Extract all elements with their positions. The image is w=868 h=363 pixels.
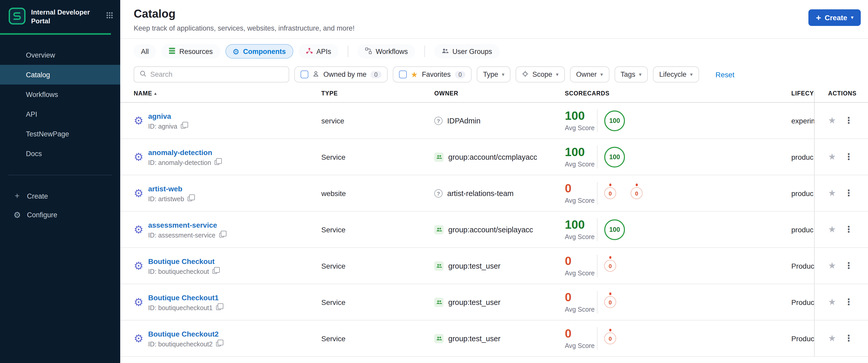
kebab-menu-icon[interactable]: ⋮ — [844, 334, 853, 343]
score-divider — [597, 291, 597, 313]
component-id: ID: agniva — [148, 123, 178, 130]
kebab-menu-icon[interactable]: ⋮ — [844, 298, 853, 306]
component-owner: artist-relations-team — [447, 189, 514, 197]
score-badge: 100 — [604, 219, 625, 240]
scorecard-badges: 100 — [604, 110, 625, 131]
copy-icon[interactable] — [188, 196, 192, 201]
column-header-lifecycle[interactable]: LIFECYC — [791, 90, 814, 102]
favorite-star-icon[interactable]: ★ — [828, 334, 836, 343]
favorite-star-icon[interactable]: ★ — [828, 152, 836, 161]
component-name-link[interactable]: Boutique Checkout — [148, 257, 215, 265]
copy-icon[interactable] — [213, 269, 217, 274]
sidebar-item-docs[interactable]: Docs — [0, 144, 120, 163]
kebab-menu-icon[interactable]: ⋮ — [844, 225, 853, 234]
column-header-name[interactable]: NAME▴ — [120, 90, 321, 102]
chevron-down-icon: ▾ — [600, 72, 603, 77]
tab-resources[interactable]: Resources — [161, 44, 220, 59]
favorites-count: 0 — [455, 71, 465, 78]
lifecycle-dropdown[interactable]: Lifecycle ▾ — [653, 66, 699, 83]
component-type: Service — [321, 225, 345, 234]
component-name-link[interactable]: artist-web — [148, 184, 182, 193]
reset-filters-link[interactable]: Reset — [715, 70, 734, 79]
favorite-star-icon[interactable]: ★ — [828, 298, 836, 306]
favorite-star-icon[interactable]: ★ — [828, 261, 836, 270]
tab-apis[interactable]: APIs — [298, 44, 338, 59]
sidebar-item-workflows[interactable]: Workflows — [0, 85, 120, 104]
kebab-menu-icon[interactable]: ⋮ — [844, 152, 853, 161]
app-grid-icon[interactable] — [106, 11, 113, 21]
component-gear-icon: ⚙ — [134, 333, 144, 344]
tab-user-groups[interactable]: User Groups — [434, 44, 499, 59]
component-name-link[interactable]: Boutique Checkout2 — [148, 330, 219, 338]
api-icon — [306, 47, 313, 56]
favorites-filter[interactable]: ★ Favorites 0 — [393, 66, 471, 83]
kebab-menu-icon[interactable]: ⋮ — [844, 116, 853, 125]
type-dropdown[interactable]: Type ▾ — [477, 66, 511, 83]
sidebar-configure-button[interactable]: ⚙ Configure — [0, 205, 120, 224]
score-badge: 0 — [604, 187, 616, 199]
tab-label: Workflows — [376, 48, 408, 55]
score-divider — [597, 254, 597, 277]
component-type: Service — [321, 262, 345, 270]
tab-all[interactable]: All — [134, 44, 156, 59]
score-badge: 0 — [604, 296, 616, 308]
plus-icon: + — [816, 13, 821, 22]
tab-components[interactable]: ⚙ Components — [225, 44, 293, 59]
component-type: Service — [321, 153, 345, 161]
column-header-type[interactable]: TYPE — [321, 90, 434, 102]
tab-label: APIs — [316, 48, 331, 55]
favorite-star-icon[interactable]: ★ — [828, 225, 836, 234]
dropdown-label: Owner — [576, 70, 597, 78]
sidebar-item-testnewpage[interactable]: TestNewPage — [0, 124, 120, 144]
copy-icon[interactable] — [216, 342, 221, 346]
avg-score-label: Avg Score — [565, 197, 597, 204]
create-button-label: Create — [825, 13, 847, 22]
tab-workflows[interactable]: Workflows — [358, 44, 415, 59]
avg-score-value: 0 — [565, 328, 597, 341]
component-name-link[interactable]: agniva — [148, 112, 171, 120]
search-input[interactable] — [150, 70, 283, 78]
sidebar-item-api[interactable]: API — [0, 104, 120, 124]
avg-score-value: 0 — [565, 291, 597, 304]
avg-score-label: Avg Score — [565, 124, 597, 131]
score-badge: 0 — [604, 260, 616, 272]
component-name-link[interactable]: anomaly-detection — [148, 148, 212, 156]
copy-icon[interactable] — [215, 160, 219, 165]
component-lifecycle: produc — [791, 225, 814, 234]
owner-dropdown[interactable]: Owner ▾ — [570, 66, 609, 83]
copy-icon[interactable] — [219, 233, 224, 238]
sidebar-item-overview[interactable]: Overview — [0, 45, 120, 65]
group-icon — [434, 225, 443, 234]
component-lifecycle: experim — [791, 116, 814, 125]
favorite-star-icon[interactable]: ★ — [828, 189, 836, 198]
score-divider — [597, 182, 597, 205]
column-header-scorecards[interactable]: SCORECARDS — [565, 90, 791, 102]
component-name-link[interactable]: assessment-service — [148, 221, 217, 229]
component-type: website — [321, 189, 346, 197]
table-body: ⚙ agniva ID: agniva service ? IDPAdmin 1… — [120, 103, 868, 357]
kebab-menu-icon[interactable]: ⋮ — [844, 261, 853, 270]
scope-dropdown[interactable]: Scope ▾ — [516, 66, 565, 83]
sidebar-item-catalog[interactable]: Catalog — [0, 65, 120, 85]
favorite-star-icon[interactable]: ★ — [828, 116, 836, 125]
table-row: ⚙ anomaly-detection ID: anomaly-detectio… — [120, 139, 868, 175]
catalog-kind-tabs: All Resources ⚙ Components — [134, 44, 868, 59]
component-name-link[interactable]: Boutique Checkout1 — [148, 293, 219, 302]
scorecard-badges: 100 — [604, 147, 625, 167]
kebab-menu-icon[interactable]: ⋮ — [844, 189, 853, 198]
scope-icon — [522, 70, 529, 79]
copy-icon[interactable] — [181, 124, 186, 129]
sidebar-create-button[interactable]: + Create — [0, 187, 120, 205]
gear-icon: ⚙ — [13, 210, 21, 220]
scorecard-badges: 0 — [604, 332, 616, 344]
column-header-owner[interactable]: OWNER — [434, 90, 565, 102]
create-button[interactable]: + Create ▾ — [809, 9, 861, 26]
copy-icon[interactable] — [216, 305, 221, 310]
component-owner: group:account/seiplayacc — [448, 225, 533, 234]
owned-by-me-checkbox[interactable] — [301, 70, 308, 78]
owned-by-me-filter[interactable]: Owned by me 0 — [294, 66, 388, 83]
favorites-checkbox[interactable] — [399, 70, 406, 78]
tags-dropdown[interactable]: Tags ▾ — [614, 66, 648, 83]
tab-label: Components — [243, 48, 286, 55]
chevron-down-icon: ▾ — [502, 72, 504, 77]
